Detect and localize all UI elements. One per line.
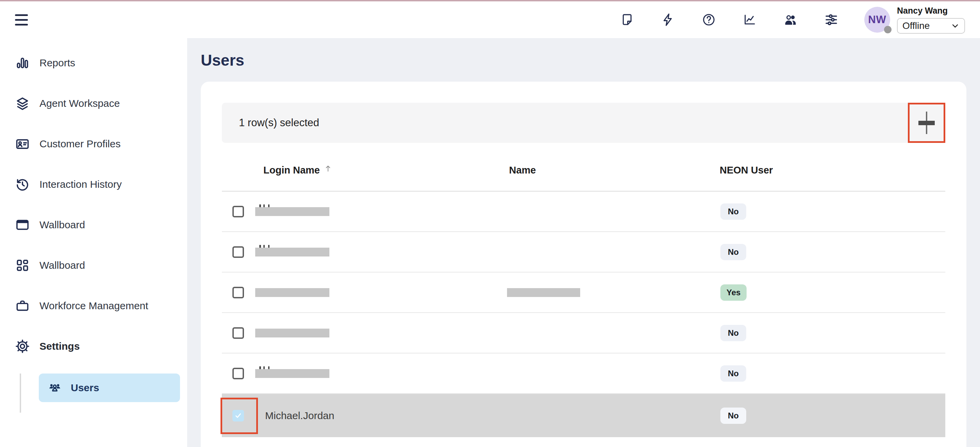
user-block: Nancy Wang Offline — [897, 6, 965, 34]
sidebar-item-wallboard-1[interactable]: Wallboard — [0, 204, 187, 245]
sidebar-item-settings[interactable]: Settings — [0, 326, 187, 366]
neon-user-badge: No — [721, 244, 746, 260]
check-icon — [234, 411, 243, 420]
neon-user-badge: No — [721, 365, 746, 382]
sidebar-item-label: Customer Profiles — [40, 138, 121, 150]
id-card-icon — [15, 137, 30, 151]
table-row[interactable]: No — [222, 191, 945, 232]
avatar[interactable]: NW — [864, 7, 890, 33]
sidebar-item-agent-workspace[interactable]: Agent Workspace — [0, 83, 187, 124]
redacted-login-name — [255, 329, 329, 337]
sidebar-item-label: Users — [71, 382, 99, 394]
neon-user-badge: No — [721, 325, 746, 341]
dashboard-icon — [15, 258, 30, 273]
hamburger-icon[interactable] — [15, 14, 28, 25]
sidebar-item-interaction-history[interactable]: Interaction History — [0, 164, 187, 204]
selection-count-text: 1 row(s) selected — [239, 117, 319, 129]
bolt-icon[interactable] — [661, 13, 675, 27]
status-select[interactable]: Offline — [897, 18, 965, 34]
note-icon[interactable] — [620, 13, 634, 27]
sidebar-item-label: Agent Workspace — [40, 98, 120, 109]
user-name: Nancy Wang — [897, 6, 965, 16]
row-checkbox[interactable] — [232, 287, 244, 298]
status-select-value: Offline — [902, 21, 930, 31]
layers-icon — [15, 96, 30, 111]
neon-user-badge: Yes — [721, 285, 746, 301]
neon-user-badge: No — [721, 407, 746, 424]
redacted-name — [507, 288, 580, 297]
neon-user-badge: No — [721, 204, 746, 220]
header-icon-bar — [620, 13, 838, 27]
table-row[interactable]: No — [222, 353, 945, 394]
gear-icon — [15, 339, 30, 354]
sidebar-item-reports[interactable]: Reports — [0, 43, 187, 83]
subnav-indent-line — [20, 374, 21, 413]
table-row[interactable]: No — [222, 313, 945, 353]
redacted-login-name — [255, 248, 329, 256]
table-row-selected[interactable]: Michael.Jordan No — [222, 394, 945, 437]
redacted-login-name — [255, 207, 329, 216]
add-user-button[interactable] — [908, 103, 945, 143]
chevron-down-icon — [950, 21, 960, 31]
users-group-icon — [48, 381, 62, 395]
selection-toolbar: 1 row(s) selected — [222, 103, 945, 143]
plus-icon — [918, 111, 935, 134]
column-header-login-name[interactable]: Login Name — [255, 165, 507, 176]
sidebar-item-label: Settings — [40, 340, 80, 352]
sidebar-item-label: Workforce Management — [40, 300, 148, 312]
sidebar-item-customer-profiles[interactable]: Customer Profiles — [0, 124, 187, 164]
bar-chart-icon — [15, 56, 30, 70]
sliders-icon[interactable] — [824, 13, 838, 27]
users-card: 1 row(s) selected Login Name Name NEON U… — [201, 82, 966, 447]
row-checkbox[interactable] — [232, 206, 244, 217]
sidebar: Reports Agent Workspace Customer Profile… — [0, 38, 187, 447]
row-checkbox[interactable] — [232, 368, 244, 379]
sidebar-item-wallboard-2[interactable]: Wallboard — [0, 245, 187, 285]
login-name-cell: Michael.Jordan — [255, 410, 334, 421]
sidebar-item-label: Reports — [40, 57, 75, 69]
row-checkbox[interactable] — [232, 246, 244, 258]
table-row[interactable]: Yes — [222, 272, 945, 313]
sidebar-item-users[interactable]: Users — [39, 374, 180, 402]
settings-subnav: Users — [0, 374, 187, 402]
row-checkbox-checked[interactable] — [232, 410, 244, 422]
analytics-icon[interactable] — [743, 13, 757, 27]
main-content: Users 1 row(s) selected Login Name Name … — [187, 38, 980, 447]
row-checkbox[interactable] — [232, 327, 244, 339]
redacted-login-name — [255, 288, 329, 297]
help-icon[interactable] — [702, 13, 716, 27]
redacted-login-name — [255, 369, 329, 378]
history-icon — [15, 177, 30, 192]
sort-asc-icon — [323, 164, 333, 173]
table-header-row: Login Name Name NEON User — [222, 143, 945, 191]
sidebar-item-workforce-management[interactable]: Workforce Management — [0, 285, 187, 326]
column-header-neon-user[interactable]: NEON User — [720, 165, 945, 176]
app-header: NW Nancy Wang Offline — [0, 2, 980, 38]
table-row[interactable]: No — [222, 232, 945, 272]
sidebar-item-label: Wallboard — [40, 219, 85, 231]
window-icon — [15, 217, 30, 232]
presence-dot — [884, 26, 891, 33]
sidebar-item-label: Interaction History — [40, 178, 122, 190]
contacts-icon[interactable] — [783, 13, 798, 27]
column-header-name[interactable]: Name — [507, 165, 720, 176]
sidebar-item-label: Wallboard — [40, 259, 85, 271]
page-title: Users — [201, 50, 980, 70]
briefcase-icon — [15, 298, 30, 313]
